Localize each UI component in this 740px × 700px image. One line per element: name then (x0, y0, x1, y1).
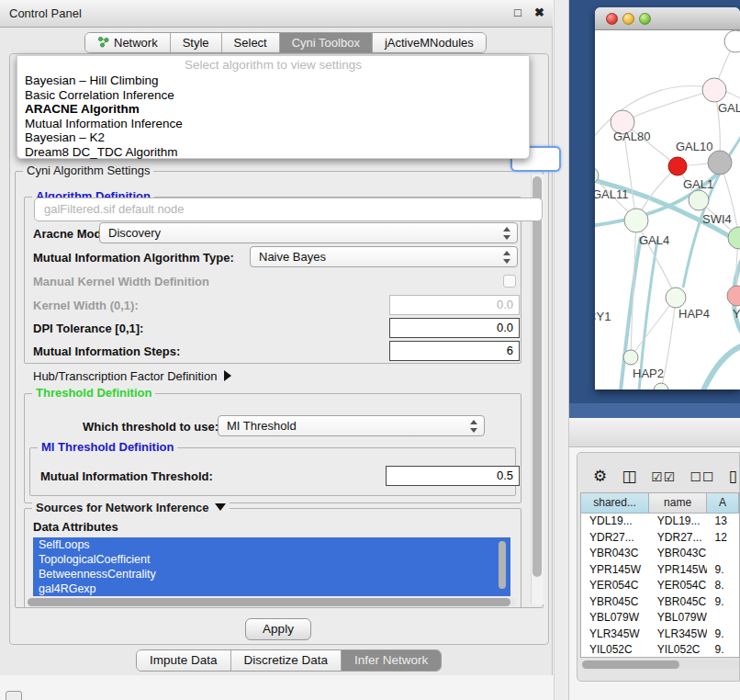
table-row[interactable]: YDL19...YDL19...13 (581, 514, 739, 530)
application-root: Control Panel □ ✖ NetworkStyleSelectCyni… (0, 0, 740, 700)
new-table-icon[interactable]: ▯ (729, 466, 738, 488)
scrollbar-thumb[interactable] (28, 598, 510, 606)
node-table[interactable]: shared...nameAYDL19...YDL19...13YDR27...… (580, 492, 740, 658)
attribute-list-item[interactable]: gal4RGexp (33, 581, 510, 596)
attributes-horizontal-scrollbar[interactable] (28, 598, 516, 606)
network-node[interactable] (654, 383, 668, 390)
network-canvas[interactable]: GALGAL80GAL10GAL1GAL11SWI4GAL4GCY1HAP4YH… (595, 30, 740, 390)
split-pane-divider[interactable]: ◂ (554, 0, 569, 700)
show-columns-icon[interactable]: ☑☑ (651, 466, 676, 488)
tab-impute-data[interactable]: Impute Data (137, 650, 231, 671)
tab-select[interactable]: Select (222, 33, 280, 52)
table-cell: YBL079W (581, 610, 649, 627)
algorithm-option[interactable]: Dream8 DC_TDC Algorithm (17, 145, 529, 160)
hub-definition-toggle[interactable]: Hub/Transcription Factor Definition (33, 369, 231, 383)
table-row[interactable]: YIL052CYIL052C9. (581, 642, 739, 658)
table-cell: YBR045C (649, 594, 707, 611)
control-panel-title: Control Panel (9, 6, 82, 20)
scrollbar-thumb[interactable] (582, 660, 679, 669)
network-node[interactable] (728, 227, 740, 249)
zoom-traffic-light-icon[interactable] (639, 13, 651, 25)
tab-network[interactable]: Network (85, 33, 171, 52)
manual-kernel-checkbox[interactable] (503, 275, 516, 288)
attribute-list-item[interactable]: SelfLoops (33, 537, 510, 552)
network-node[interactable] (724, 30, 740, 52)
algorithm-option[interactable]: Bayesian – K2 (17, 130, 529, 145)
table-cell (707, 610, 739, 627)
close-window-icon[interactable]: ✖ (534, 6, 544, 19)
network-node[interactable] (727, 286, 740, 306)
network-edge[interactable] (622, 90, 714, 122)
network-node[interactable] (689, 190, 709, 210)
tab-infer-network[interactable]: Infer Network (342, 650, 441, 671)
table-row[interactable]: YER054CYER054C8. (581, 578, 739, 594)
network-node[interactable] (708, 151, 732, 175)
tab-label: Style (183, 36, 209, 50)
table-cell: YDL19... (581, 514, 649, 530)
algorithm-option[interactable]: Mutual Information Inference (17, 117, 529, 131)
tab-jactivemnodules[interactable]: jActiveMNodules (373, 33, 486, 52)
table-cell: 12 (707, 530, 739, 547)
data-attributes-list[interactable]: SelfLoopsTopologicalCoefficientBetweenne… (33, 537, 510, 596)
attributes-vertical-scrollbar[interactable] (499, 541, 506, 589)
network-window-titlebar[interactable] (595, 7, 740, 30)
table-row[interactable]: YBR043CYBR043C (581, 546, 739, 562)
control-panel-tab-bar: NetworkStyleSelectCyni ToolboxjActiveMNo… (84, 32, 487, 53)
node-label-gal11: GAL11 (595, 187, 629, 201)
column-header-shared[interactable]: shared... (581, 493, 649, 514)
apply-button[interactable]: Apply (245, 618, 311, 640)
table-toolbar: ⚙◫☑☑☐☐▯ (593, 464, 740, 490)
network-view-window[interactable]: GALGAL80GAL10GAL1GAL11SWI4GAL4GCY1HAP4YH… (595, 7, 740, 390)
node-label-gal1: GAL1 (683, 177, 713, 191)
kernel-width-label: Kernel Width (0,1): (33, 299, 139, 312)
node-label-gal: GAL (718, 101, 740, 115)
node-label-gal10: GAL10 (676, 140, 712, 153)
column-header-A[interactable]: A (707, 493, 739, 514)
mi-type-value: Naive Bayes (259, 250, 326, 264)
minimized-panel-icon[interactable] (6, 691, 22, 700)
mi-steps-input[interactable]: 6 (389, 341, 520, 361)
network-node[interactable] (702, 78, 726, 102)
table-horizontal-scrollbar[interactable] (581, 660, 739, 670)
network-node[interactable] (623, 350, 638, 365)
sources-title[interactable]: Sources for Network Inference (32, 501, 230, 514)
kernel-width-input[interactable]: 0.0 (389, 295, 520, 315)
algorithm-option[interactable]: ARACNE Algorithm (17, 102, 529, 117)
tab-discretize-data[interactable]: Discretize Data (231, 650, 342, 671)
column-header-name[interactable]: name (649, 493, 707, 514)
table-row[interactable]: YDR27...YDR27...12 (581, 530, 739, 547)
tab-cyni-toolbox[interactable]: Cyni Toolbox (280, 33, 373, 52)
algorithm-option[interactable]: Bayesian – Hill Climbing (17, 73, 529, 88)
minimize-traffic-light-icon[interactable] (622, 13, 634, 25)
table-row[interactable]: YLR345WYLR345W9. (581, 627, 739, 643)
mi-threshold-input[interactable]: 0.5 (386, 466, 520, 486)
scrollbar-thumb[interactable] (533, 176, 542, 577)
network-node[interactable] (666, 288, 686, 308)
gear-icon[interactable]: ⚙ (593, 466, 608, 488)
table-row[interactable]: YBL079WYBL079W (581, 610, 739, 627)
table-cell: YBR043C (649, 546, 707, 562)
attribute-list-item[interactable]: TopologicalCoefficient (33, 552, 510, 567)
node-label-swi4: SWI4 (702, 212, 732, 226)
table-row[interactable]: YPR145WYPR145W9. (581, 562, 739, 579)
attribute-list-item[interactable]: BetweennessCentrality (33, 567, 510, 581)
table-cell: YDR27... (581, 530, 649, 547)
network-edge[interactable] (636, 220, 676, 298)
table-row[interactable]: YBR045CYBR045C9. (581, 594, 739, 611)
dpi-tolerance-input[interactable]: 0.0 (389, 318, 520, 338)
algorithm-option[interactable]: Basic Correlation Inference (17, 88, 529, 103)
mi-type-combobox[interactable]: Naive Bayes (250, 246, 518, 267)
aracne-mode-combobox[interactable]: Discovery (99, 222, 518, 243)
which-threshold-combobox[interactable]: MI Threshold (218, 415, 485, 436)
network-selector-combobox[interactable]: galFiltered.sif default node (34, 198, 543, 221)
tab-style[interactable]: Style (171, 33, 222, 52)
network-node[interactable] (668, 157, 687, 175)
columns-icon[interactable]: ◫ (622, 466, 637, 488)
network-node[interactable] (624, 209, 648, 232)
table-cell: YLR345W (649, 627, 707, 643)
node-label-y: Y (733, 307, 740, 321)
close-traffic-light-icon[interactable] (606, 13, 618, 25)
hide-columns-icon[interactable]: ☐☐ (690, 466, 714, 488)
network-edge[interactable] (703, 344, 740, 390)
float-window-icon[interactable]: □ (514, 6, 521, 19)
